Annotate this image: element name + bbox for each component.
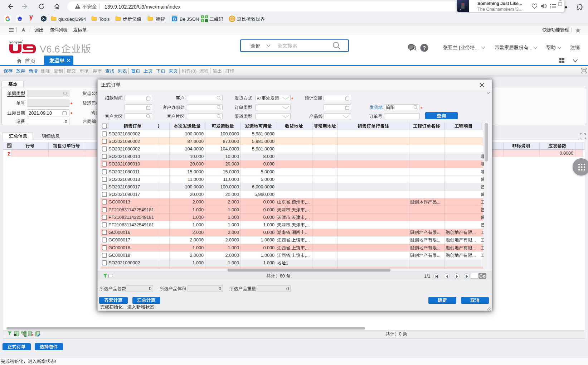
svg-text:du: du — [19, 19, 21, 21]
svg-text:?: ? — [423, 45, 426, 51]
svg-text:B: B — [173, 17, 176, 21]
